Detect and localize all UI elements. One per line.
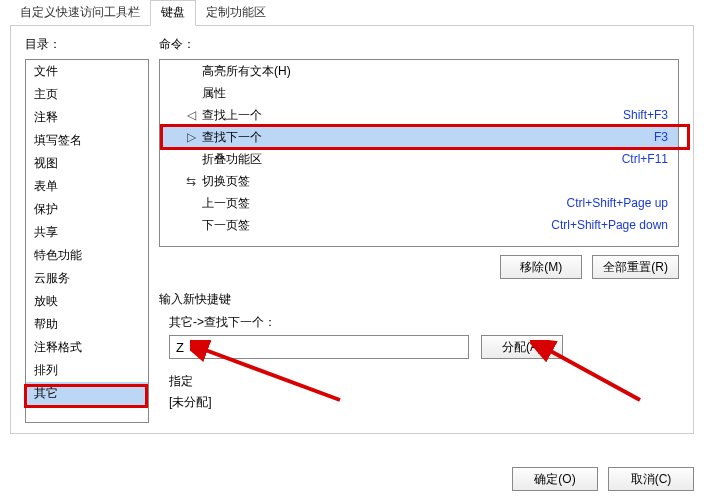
command-label: 命令： — [159, 36, 679, 53]
unassigned-text: [未分配] — [169, 394, 679, 411]
command-label: 切换页签 — [200, 173, 668, 190]
catalog-item[interactable]: 填写签名 — [26, 129, 148, 152]
catalog-item[interactable]: 其它 — [26, 382, 148, 405]
command-icon: ▷ — [182, 130, 200, 144]
command-label: 上一页签 — [200, 195, 567, 212]
cancel-button[interactable]: 取消(C) — [608, 467, 694, 491]
catalog-column: 目录： 文件主页注释填写签名视图表单保护共享特色功能云服务放映帮助注释格式排列其… — [25, 36, 149, 423]
dialog: 自定义快速访问工具栏 键盘 定制功能区 目录： 文件主页注释填写签名视图表单保护… — [10, 4, 694, 436]
command-item[interactable]: 高亮所有文本(H) — [160, 60, 678, 82]
command-label: 查找上一个 — [200, 107, 623, 124]
command-list[interactable]: 高亮所有文本(H)属性◁查找上一个Shift+F3▷查找下一个F3折叠功能区Ct… — [159, 59, 679, 247]
catalog-item[interactable]: 放映 — [26, 290, 148, 313]
tab-keyboard[interactable]: 键盘 — [150, 0, 196, 26]
command-icon: ⇆ — [182, 174, 200, 188]
assigned-label: 指定 — [169, 373, 679, 390]
catalog-item[interactable]: 帮助 — [26, 313, 148, 336]
catalog-item[interactable]: 注释 — [26, 106, 148, 129]
catalog-item[interactable]: 表单 — [26, 175, 148, 198]
command-shortcut: F3 — [654, 130, 668, 144]
tab-quick-access[interactable]: 自定义快速访问工具栏 — [10, 1, 150, 25]
command-label: 属性 — [200, 85, 668, 102]
command-label: 高亮所有文本(H) — [200, 63, 668, 80]
reset-all-button[interactable]: 全部重置(R) — [592, 255, 679, 279]
catalog-item[interactable]: 视图 — [26, 152, 148, 175]
catalog-list[interactable]: 文件主页注释填写签名视图表单保护共享特色功能云服务放映帮助注释格式排列其它 — [25, 59, 149, 423]
dialog-footer: 确定(O) 取消(C) — [512, 467, 694, 491]
command-item[interactable]: ◁查找上一个Shift+F3 — [160, 104, 678, 126]
command-shortcut: Ctrl+F11 — [622, 152, 668, 166]
command-path: 其它->查找下一个： — [169, 314, 679, 331]
tab-bar: 自定义快速访问工具栏 键盘 定制功能区 — [10, 4, 694, 26]
command-item[interactable]: 上一页签Ctrl+Shift+Page up — [160, 192, 678, 214]
command-item[interactable]: ⇆切换页签 — [160, 170, 678, 192]
catalog-item[interactable]: 注释格式 — [26, 336, 148, 359]
command-shortcut: Ctrl+Shift+Page down — [551, 218, 668, 232]
remove-button[interactable]: 移除(M) — [500, 255, 582, 279]
catalog-item[interactable]: 保护 — [26, 198, 148, 221]
command-label: 下一页签 — [200, 217, 551, 234]
command-item[interactable]: 属性 — [160, 82, 678, 104]
catalog-item[interactable]: 特色功能 — [26, 244, 148, 267]
assign-button[interactable]: 分配(A) — [481, 335, 563, 359]
new-shortcut-label: 输入新快捷键 — [159, 291, 679, 308]
catalog-item[interactable]: 主页 — [26, 83, 148, 106]
command-shortcut: Shift+F3 — [623, 108, 668, 122]
command-shortcut: Ctrl+Shift+Page up — [567, 196, 668, 210]
content: 目录： 文件主页注释填写签名视图表单保护共享特色功能云服务放映帮助注释格式排列其… — [10, 26, 694, 434]
catalog-item[interactable]: 共享 — [26, 221, 148, 244]
catalog-item[interactable]: 云服务 — [26, 267, 148, 290]
command-icon: ◁ — [182, 108, 200, 122]
ok-button[interactable]: 确定(O) — [512, 467, 598, 491]
command-item[interactable]: 折叠功能区Ctrl+F11 — [160, 148, 678, 170]
command-label: 查找下一个 — [200, 129, 654, 146]
command-column: 命令： 高亮所有文本(H)属性◁查找上一个Shift+F3▷查找下一个F3折叠功… — [159, 36, 679, 423]
command-item[interactable]: 下一页签Ctrl+Shift+Page down — [160, 214, 678, 236]
catalog-label: 目录： — [25, 36, 149, 53]
catalog-item[interactable]: 文件 — [26, 60, 148, 83]
shortcut-input[interactable] — [169, 335, 469, 359]
command-label: 折叠功能区 — [200, 151, 622, 168]
command-item[interactable]: ▷查找下一个F3 — [160, 126, 678, 148]
catalog-item[interactable]: 排列 — [26, 359, 148, 382]
tab-customize-ribbon[interactable]: 定制功能区 — [196, 1, 276, 25]
